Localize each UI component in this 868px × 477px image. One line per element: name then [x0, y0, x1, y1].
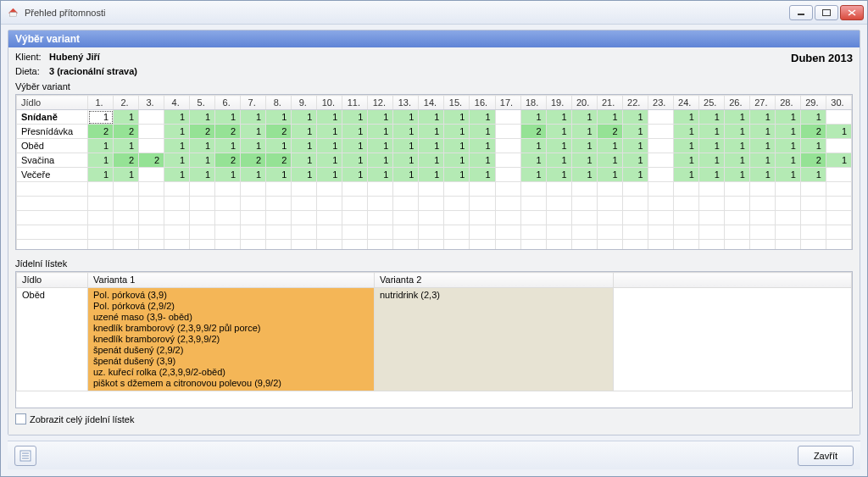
- grid-header-day[interactable]: 25.: [698, 96, 724, 110]
- grid-cell[interactable]: 1: [164, 110, 190, 125]
- grid-header-day[interactable]: 28.: [775, 96, 800, 110]
- grid-cell[interactable]: [495, 110, 520, 125]
- grid-cell[interactable]: [139, 110, 164, 125]
- grid-cell[interactable]: 1: [673, 153, 698, 168]
- grid-cell[interactable]: 1: [673, 125, 698, 139]
- grid-cell[interactable]: 1: [88, 168, 114, 182]
- maximize-button[interactable]: [815, 5, 838, 20]
- grid-cell[interactable]: [648, 139, 673, 153]
- close-window-button[interactable]: [840, 5, 864, 20]
- grid-cell[interactable]: [139, 168, 164, 182]
- grid-header-day[interactable]: 3.: [139, 96, 164, 110]
- grid-header-day[interactable]: 29.: [800, 96, 826, 110]
- grid-cell[interactable]: 1: [724, 110, 749, 125]
- grid-cell[interactable]: 1: [164, 139, 190, 153]
- grid-cell[interactable]: 2: [114, 153, 139, 168]
- grid-cell[interactable]: 1: [698, 153, 724, 168]
- grid-cell[interactable]: 1: [241, 139, 266, 153]
- grid-cell[interactable]: 2: [266, 153, 292, 168]
- grid-cell-meal[interactable]: Oběd: [17, 139, 88, 153]
- grid-cell[interactable]: 1: [546, 110, 571, 125]
- grid-cell[interactable]: 1: [368, 139, 393, 153]
- menu-header[interactable]: [614, 273, 852, 288]
- grid-cell[interactable]: 1: [470, 139, 495, 153]
- grid-header-day[interactable]: 18.: [520, 96, 546, 110]
- variant-grid[interactable]: Jídlo1.2.3.4.5.6.7.8.9.10.11.12.13.14.15…: [16, 95, 852, 250]
- grid-cell[interactable]: 1: [724, 153, 749, 168]
- grid-cell[interactable]: [139, 139, 164, 153]
- menu-cell-meal[interactable]: Oběd: [17, 288, 88, 391]
- grid-cell[interactable]: 1: [342, 139, 368, 153]
- grid-header-day[interactable]: 10.: [317, 96, 342, 110]
- grid-header-day[interactable]: 7.: [241, 96, 266, 110]
- grid-cell[interactable]: 2: [800, 153, 826, 168]
- grid-header-day[interactable]: 8.: [266, 96, 292, 110]
- grid-cell[interactable]: 1: [597, 153, 622, 168]
- grid-cell[interactable]: 1: [164, 153, 190, 168]
- grid-cell[interactable]: 1: [698, 110, 724, 125]
- grid-cell[interactable]: 1: [393, 168, 419, 182]
- grid-cell[interactable]: 1: [597, 168, 622, 182]
- grid-cell[interactable]: 1: [368, 168, 393, 182]
- grid-cell[interactable]: 1: [775, 139, 800, 153]
- list-tool-button[interactable]: [14, 446, 36, 466]
- grid-cell[interactable]: 1: [724, 139, 749, 153]
- grid-cell-meal[interactable]: Přesnídávka: [17, 125, 88, 139]
- grid-cell[interactable]: 1: [317, 125, 342, 139]
- grid-cell[interactable]: [495, 139, 520, 153]
- grid-cell[interactable]: 1: [749, 168, 775, 182]
- grid-cell[interactable]: 1: [292, 110, 317, 125]
- grid-header-day[interactable]: 6.: [215, 96, 241, 110]
- grid-cell[interactable]: 1: [419, 168, 444, 182]
- grid-cell[interactable]: [495, 125, 520, 139]
- grid-cell[interactable]: 1: [190, 110, 215, 125]
- grid-cell[interactable]: 1: [342, 125, 368, 139]
- grid-header-day[interactable]: 4.: [164, 96, 190, 110]
- grid-cell[interactable]: [648, 125, 673, 139]
- menu-cell-variant1[interactable]: Pol. pórková (3,9)Pol. pórková (2,9/2)uz…: [88, 288, 375, 391]
- grid-cell[interactable]: 1: [88, 139, 114, 153]
- grid-cell[interactable]: 1: [470, 153, 495, 168]
- grid-cell[interactable]: 1: [698, 168, 724, 182]
- grid-header-day[interactable]: 12.: [368, 96, 393, 110]
- grid-cell[interactable]: 1: [292, 153, 317, 168]
- grid-cell[interactable]: 1: [88, 153, 114, 168]
- grid-cell[interactable]: [495, 153, 520, 168]
- grid-cell[interactable]: [648, 153, 673, 168]
- grid-cell[interactable]: 1: [826, 153, 851, 168]
- show-full-menu-checkbox[interactable]: [15, 413, 26, 424]
- grid-cell[interactable]: 1: [546, 168, 571, 182]
- grid-header-day[interactable]: 26.: [724, 96, 749, 110]
- grid-cell[interactable]: 1: [419, 153, 444, 168]
- grid-cell[interactable]: 1: [546, 125, 571, 139]
- grid-header-day[interactable]: 15.: [444, 96, 470, 110]
- grid-cell[interactable]: 1: [317, 110, 342, 125]
- grid-cell[interactable]: 1: [444, 110, 470, 125]
- grid-header-day[interactable]: 1.: [88, 96, 114, 110]
- menu-header[interactable]: Varianta 2: [375, 273, 614, 288]
- grid-cell[interactable]: 2: [241, 153, 266, 168]
- grid-header-day[interactable]: 2.: [114, 96, 139, 110]
- grid-cell[interactable]: 1: [724, 168, 749, 182]
- grid-header-day[interactable]: 11.: [342, 96, 368, 110]
- grid-cell[interactable]: 1: [266, 139, 292, 153]
- menu-header[interactable]: Jídlo: [17, 273, 88, 288]
- minimize-button[interactable]: [789, 5, 813, 20]
- grid-cell[interactable]: 1: [724, 125, 749, 139]
- grid-cell[interactable]: 1: [419, 139, 444, 153]
- grid-cell[interactable]: 2: [114, 125, 139, 139]
- grid-cell[interactable]: 1: [444, 153, 470, 168]
- grid-header-day[interactable]: 13.: [393, 96, 419, 110]
- grid-cell[interactable]: 1: [419, 110, 444, 125]
- grid-cell[interactable]: 1: [368, 110, 393, 125]
- grid-cell[interactable]: [495, 168, 520, 182]
- grid-cell[interactable]: 1: [597, 139, 622, 153]
- grid-cell[interactable]: 1: [673, 110, 698, 125]
- grid-cell[interactable]: 1: [444, 139, 470, 153]
- grid-cell[interactable]: 1: [190, 139, 215, 153]
- grid-cell-meal[interactable]: Večeře: [17, 168, 88, 182]
- grid-cell[interactable]: 2: [800, 125, 826, 139]
- grid-cell[interactable]: 1: [342, 153, 368, 168]
- grid-cell[interactable]: 1: [749, 139, 775, 153]
- grid-header-day[interactable]: 9.: [292, 96, 317, 110]
